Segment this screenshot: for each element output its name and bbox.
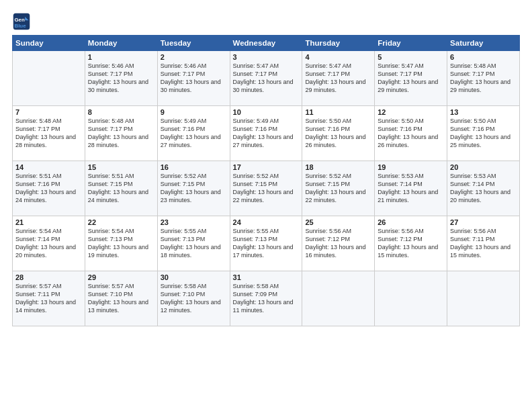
day-number: 31 — [233, 273, 300, 281]
day-number: 15 — [88, 163, 154, 171]
day-info: Sunrise: 5:49 AMSunset: 7:16 PMDaylight:… — [161, 117, 227, 150]
calendar-cell: 20Sunrise: 5:53 AMSunset: 7:14 PMDayligh… — [447, 161, 520, 216]
weekday-header: Wednesday — [230, 36, 302, 51]
day-info: Sunrise: 5:54 AMSunset: 7:13 PMDaylight:… — [88, 227, 154, 260]
calendar-cell: 2Sunrise: 5:46 AMSunset: 7:17 PMDaylight… — [157, 51, 230, 106]
calendar-cell: 10Sunrise: 5:49 AMSunset: 7:16 PMDayligh… — [230, 106, 302, 161]
day-info: Sunrise: 5:46 AMSunset: 7:17 PMDaylight:… — [88, 62, 154, 95]
day-number: 13 — [450, 108, 517, 116]
day-number: 14 — [15, 163, 82, 171]
day-info: Sunrise: 5:58 AMSunset: 7:10 PMDaylight:… — [161, 282, 227, 315]
calendar-cell: 14Sunrise: 5:51 AMSunset: 7:16 PMDayligh… — [13, 161, 85, 216]
day-number: 2 — [161, 53, 227, 61]
day-info: Sunrise: 5:55 AMSunset: 7:13 PMDaylight:… — [161, 227, 227, 260]
calendar-cell: 28Sunrise: 5:57 AMSunset: 7:11 PMDayligh… — [13, 271, 85, 326]
day-info: Sunrise: 5:52 AMSunset: 7:15 PMDaylight:… — [305, 172, 371, 205]
day-info: Sunrise: 5:50 AMSunset: 7:16 PMDaylight:… — [378, 117, 444, 150]
day-number: 8 — [88, 108, 154, 116]
calendar-cell: 27Sunrise: 5:56 AMSunset: 7:11 PMDayligh… — [447, 216, 520, 271]
day-number: 20 — [450, 163, 517, 171]
calendar-cell: 25Sunrise: 5:56 AMSunset: 7:12 PMDayligh… — [302, 216, 375, 271]
calendar-cell: 22Sunrise: 5:54 AMSunset: 7:13 PMDayligh… — [85, 216, 157, 271]
calendar-cell — [447, 271, 520, 326]
day-number: 27 — [450, 218, 517, 226]
calendar-cell: 17Sunrise: 5:52 AMSunset: 7:15 PMDayligh… — [230, 161, 302, 216]
day-number: 24 — [233, 218, 300, 226]
day-number: 22 — [88, 218, 154, 226]
calendar-cell: 9Sunrise: 5:49 AMSunset: 7:16 PMDaylight… — [157, 106, 230, 161]
day-info: Sunrise: 5:53 AMSunset: 7:14 PMDaylight:… — [450, 172, 517, 205]
day-number: 7 — [15, 108, 82, 116]
day-info: Sunrise: 5:48 AMSunset: 7:17 PMDaylight:… — [450, 62, 517, 95]
day-number: 5 — [378, 53, 444, 61]
calendar-cell: 1Sunrise: 5:46 AMSunset: 7:17 PMDaylight… — [85, 51, 157, 106]
day-number: 29 — [88, 273, 154, 281]
weekday-header: Tuesday — [157, 36, 230, 51]
day-info: Sunrise: 5:53 AMSunset: 7:14 PMDaylight:… — [378, 172, 444, 205]
day-info: Sunrise: 5:56 AMSunset: 7:12 PMDaylight:… — [305, 227, 371, 260]
day-number: 1 — [88, 53, 154, 61]
svg-text:Blue: Blue — [15, 23, 27, 29]
day-number: 3 — [233, 53, 300, 61]
day-number: 10 — [233, 108, 300, 116]
day-number: 23 — [161, 218, 227, 226]
weekday-header: Saturday — [447, 36, 520, 51]
calendar-cell: 23Sunrise: 5:55 AMSunset: 7:13 PMDayligh… — [157, 216, 230, 271]
calendar-cell: 31Sunrise: 5:58 AMSunset: 7:09 PMDayligh… — [230, 271, 302, 326]
day-info: Sunrise: 5:57 AMSunset: 7:10 PMDaylight:… — [88, 282, 154, 315]
day-info: Sunrise: 5:49 AMSunset: 7:16 PMDaylight:… — [233, 117, 300, 150]
day-info: Sunrise: 5:47 AMSunset: 7:17 PMDaylight:… — [305, 62, 371, 95]
day-info: Sunrise: 5:55 AMSunset: 7:13 PMDaylight:… — [233, 227, 300, 260]
calendar-cell: 12Sunrise: 5:50 AMSunset: 7:16 PMDayligh… — [375, 106, 447, 161]
calendar-cell — [13, 51, 85, 106]
day-info: Sunrise: 5:54 AMSunset: 7:14 PMDaylight:… — [15, 227, 82, 260]
day-info: Sunrise: 5:46 AMSunset: 7:17 PMDaylight:… — [161, 62, 227, 95]
day-info: Sunrise: 5:50 AMSunset: 7:16 PMDaylight:… — [305, 117, 371, 150]
day-info: Sunrise: 5:58 AMSunset: 7:09 PMDaylight:… — [233, 282, 300, 315]
calendar-cell: 29Sunrise: 5:57 AMSunset: 7:10 PMDayligh… — [85, 271, 157, 326]
page: Gen Blue SundayMondayTuesdayWednesdayThu… — [0, 0, 532, 411]
logo: Gen Blue — [12, 12, 32, 31]
day-info: Sunrise: 5:52 AMSunset: 7:15 PMDaylight:… — [233, 172, 300, 205]
calendar-cell: 13Sunrise: 5:50 AMSunset: 7:16 PMDayligh… — [447, 106, 520, 161]
day-info: Sunrise: 5:48 AMSunset: 7:17 PMDaylight:… — [88, 117, 154, 150]
calendar-cell: 26Sunrise: 5:56 AMSunset: 7:12 PMDayligh… — [375, 216, 447, 271]
calendar-week-row: 1Sunrise: 5:46 AMSunset: 7:17 PMDaylight… — [13, 51, 520, 106]
calendar-cell: 8Sunrise: 5:48 AMSunset: 7:17 PMDaylight… — [85, 106, 157, 161]
calendar-cell: 19Sunrise: 5:53 AMSunset: 7:14 PMDayligh… — [375, 161, 447, 216]
calendar-cell — [302, 271, 375, 326]
day-number: 28 — [15, 273, 82, 281]
calendar-cell: 21Sunrise: 5:54 AMSunset: 7:14 PMDayligh… — [13, 216, 85, 271]
calendar-cell: 5Sunrise: 5:47 AMSunset: 7:17 PMDaylight… — [375, 51, 447, 106]
day-info: Sunrise: 5:51 AMSunset: 7:15 PMDaylight:… — [88, 172, 154, 205]
calendar-week-row: 14Sunrise: 5:51 AMSunset: 7:16 PMDayligh… — [13, 161, 520, 216]
calendar-cell: 16Sunrise: 5:52 AMSunset: 7:15 PMDayligh… — [157, 161, 230, 216]
day-number: 11 — [305, 108, 371, 116]
calendar-cell: 15Sunrise: 5:51 AMSunset: 7:15 PMDayligh… — [85, 161, 157, 216]
weekday-header-row: SundayMondayTuesdayWednesdayThursdayFrid… — [13, 36, 520, 51]
day-number: 9 — [161, 108, 227, 116]
calendar-cell: 4Sunrise: 5:47 AMSunset: 7:17 PMDaylight… — [302, 51, 375, 106]
day-info: Sunrise: 5:56 AMSunset: 7:12 PMDaylight:… — [378, 227, 444, 260]
day-info: Sunrise: 5:52 AMSunset: 7:15 PMDaylight:… — [161, 172, 227, 205]
day-number: 4 — [305, 53, 371, 61]
calendar-cell — [375, 271, 447, 326]
weekday-header: Friday — [375, 36, 447, 51]
calendar-cell: 6Sunrise: 5:48 AMSunset: 7:17 PMDaylight… — [447, 51, 520, 106]
calendar-week-row: 28Sunrise: 5:57 AMSunset: 7:11 PMDayligh… — [13, 271, 520, 326]
calendar-cell: 11Sunrise: 5:50 AMSunset: 7:16 PMDayligh… — [302, 106, 375, 161]
calendar-cell: 24Sunrise: 5:55 AMSunset: 7:13 PMDayligh… — [230, 216, 302, 271]
day-info: Sunrise: 5:57 AMSunset: 7:11 PMDaylight:… — [15, 282, 82, 315]
svg-text:Gen: Gen — [15, 17, 25, 23]
calendar-cell: 18Sunrise: 5:52 AMSunset: 7:15 PMDayligh… — [302, 161, 375, 216]
day-number: 17 — [233, 163, 300, 171]
header: Gen Blue — [12, 12, 520, 31]
day-number: 12 — [378, 108, 444, 116]
day-number: 26 — [378, 218, 444, 226]
day-number: 25 — [305, 218, 371, 226]
day-info: Sunrise: 5:48 AMSunset: 7:17 PMDaylight:… — [15, 117, 82, 150]
day-number: 6 — [450, 53, 517, 61]
day-number: 16 — [161, 163, 227, 171]
day-number: 21 — [15, 218, 82, 226]
weekday-header: Thursday — [302, 36, 375, 51]
